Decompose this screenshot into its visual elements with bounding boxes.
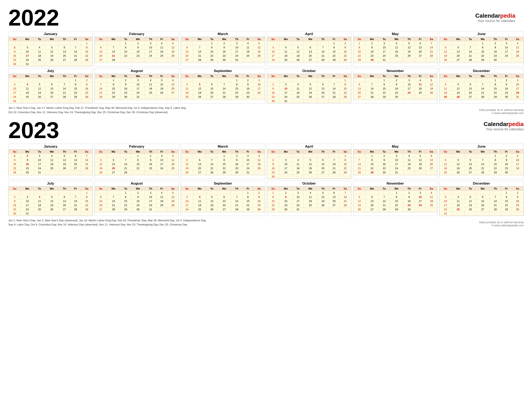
year-2023-section: 2023 Calendarpedia Your source for calen… xyxy=(8,119,524,227)
jan-2023-title: January xyxy=(8,144,93,149)
brand-tagline: Your source for calendars xyxy=(475,19,515,23)
year-2022-title: 2022 xyxy=(8,6,524,29)
jun-2022: June SuMoTuWeThFrSa 1234 567891011 12131… xyxy=(439,31,524,66)
oct-2023: October SuMoTuWeThFrSa 1234567 891011121… xyxy=(267,181,351,216)
aug-2022: August SuMoTuWeThFrSa 123456 78910111213… xyxy=(95,68,179,103)
dec-2023: December SuMoTuWeThFrSa 12 3456789 10111… xyxy=(439,181,524,216)
dec-2022: December SuMoTuWeThFrSa 123 45678910 111… xyxy=(439,68,524,103)
apr-2023-title: April xyxy=(267,144,351,149)
brand2-tagline: Your source for calendars xyxy=(484,127,524,131)
year-2023-title: 2023 xyxy=(8,119,59,142)
2022-footnotes: Jan 1: New Year's Day, Jan 17: Martin Lu… xyxy=(8,106,186,115)
sep-2022: September SuMoTuWeThFrSa 123 45678910 11… xyxy=(181,68,265,103)
aug-2023-title: August xyxy=(95,181,179,187)
dec-2022-title: December xyxy=(439,68,524,74)
apr-2022: April SuMoTuWeThFrSa 12 3456789 10111213… xyxy=(267,31,351,66)
oct-2022: October SuMoTuWeThFrSa 1 2345678 9101112… xyxy=(267,68,351,103)
feb-2023-title: February xyxy=(95,144,179,149)
feb-2022: February SuMoTuWeThFrSa 12345 6789101112… xyxy=(95,31,179,66)
nov-2022: November SuMoTuWeThFrSa 12345 6789101112… xyxy=(353,68,438,103)
jul-2022-title: July xyxy=(8,68,93,74)
dec-2023-title: December xyxy=(439,181,524,187)
apr-2022-title: April xyxy=(267,31,351,37)
nov-2023: November SuMoTuWeThFrSa 1234 567891011 1… xyxy=(353,181,438,216)
2022-bottom-row: July SuMoTuWeThFrSa 12 3456789 101112131… xyxy=(8,68,524,103)
2022-copyright: © www.calendarpedia.com xyxy=(479,112,524,115)
mar-2023: March SuMoTuWeThFrSa 1234 567891011 1213… xyxy=(181,144,265,179)
jun-2023: June SuMoTuWeThFrSa 123 45678910 1112131… xyxy=(439,144,524,179)
may-2023-title: May xyxy=(353,144,437,149)
2023-footnotes: Jan 1: New Year's Day, Jan 2: New Year's… xyxy=(8,218,206,227)
sep-2023: September SuMoTuWeThFrSa 12 3456789 1011… xyxy=(181,181,265,216)
feb-2023: February SuMoTuWeThFrSa 1234 567891011 1… xyxy=(95,144,179,179)
brand2-name: Calendarpedia xyxy=(484,121,524,127)
jan-2022: January SuMoTuWeThFrSa 1 2345678 9101112… xyxy=(8,31,93,66)
jul-2023: July SuMoTuWeThFrSa 1 2345678 9101112131… xyxy=(8,181,93,216)
aug-2023: August SuMoTuWeThFrSa 12345 6789101112 1… xyxy=(95,181,179,216)
2023-copyright: © www.calendarpedia.com xyxy=(479,224,524,227)
may-2023: May SuMoTuWeThFrSa 123456 78910111213 14… xyxy=(353,144,438,179)
jan-2022-title: January xyxy=(8,31,93,37)
sep-2022-title: September xyxy=(181,68,265,74)
nov-2022-title: November xyxy=(353,68,437,74)
brand2-logo: Calendarpedia Your source for calendars xyxy=(484,121,524,131)
mar-2022: March SuMoTuWeThFrSa 12345 6789101112 13… xyxy=(181,31,265,66)
2022-warranty: Data provided 'as is' without warranty xyxy=(479,108,524,112)
2023-bottom-row: July SuMoTuWeThFrSa 1 2345678 9101112131… xyxy=(8,181,524,216)
jul-2022: July SuMoTuWeThFrSa 12 3456789 101112131… xyxy=(8,68,93,103)
sep-2023-title: September xyxy=(181,181,265,187)
apr-2023: April SuMoTuWeThFrSa 1 2345678 910111213… xyxy=(267,144,351,179)
oct-2023-title: October xyxy=(267,181,351,187)
brand-logo: Calendarpedia Your source for calendars xyxy=(475,12,515,23)
2023-warranty: Data provided 'as is' without warranty xyxy=(479,221,524,224)
feb-2022-title: February xyxy=(95,31,179,37)
oct-2022-title: October xyxy=(267,68,351,74)
may-2022-title: May xyxy=(353,31,437,37)
jun-2023-title: June xyxy=(439,144,524,149)
jul-2023-title: July xyxy=(8,181,93,187)
jun-2022-title: June xyxy=(439,31,524,37)
nov-2023-title: November xyxy=(353,181,437,187)
jan-2023: January SuMoTuWeThFrSa 1234567 891011121… xyxy=(8,144,93,179)
may-2022: May SuMoTuWeThFrSa 1234567 891011121314 … xyxy=(353,31,438,66)
2022-top-row: January SuMoTuWeThFrSa 1 2345678 9101112… xyxy=(8,31,524,66)
brand-name: Calendarpedia xyxy=(475,12,515,19)
aug-2022-title: August xyxy=(95,68,179,74)
2023-top-row: January SuMoTuWeThFrSa 1234567 891011121… xyxy=(8,144,524,179)
mar-2022-title: March xyxy=(181,31,265,37)
mar-2023-title: March xyxy=(181,144,265,149)
year-2022-section: 2022 January SuMoTuWeThFrSa 1 2345678 91… xyxy=(8,6,524,115)
